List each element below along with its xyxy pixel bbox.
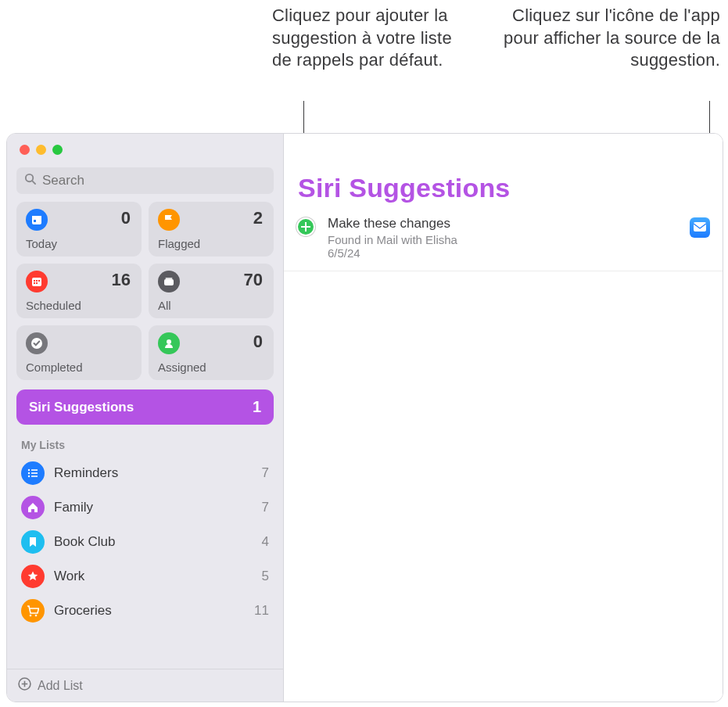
list-item-count: 5 <box>262 569 269 584</box>
smart-card-label: Scheduled <box>26 299 132 312</box>
house-icon <box>21 496 45 519</box>
siri-suggestions-count: 1 <box>253 398 261 416</box>
completed-icon <box>26 332 48 354</box>
list-item-count: 11 <box>254 603 269 619</box>
svg-rect-20 <box>31 476 38 477</box>
suggestion-row[interactable]: Make these changes Found in Mail with El… <box>284 211 723 271</box>
suggestion-title: Make these changes <box>328 216 677 231</box>
all-icon <box>158 271 180 292</box>
list-item-label: Groceries <box>54 603 112 619</box>
svg-point-17 <box>28 472 30 474</box>
window-controls <box>7 134 283 163</box>
siri-suggestions-label: Siri Suggestions <box>29 400 134 415</box>
search-icon <box>24 173 36 188</box>
plus-circle-outline-icon <box>18 677 31 694</box>
minimize-window-button[interactable] <box>36 145 46 155</box>
svg-rect-3 <box>32 216 41 218</box>
smart-card-assigned[interactable]: 0Assigned <box>149 325 274 380</box>
bookmark-icon <box>21 530 45 554</box>
svg-rect-5 <box>32 278 41 286</box>
smart-card-label: Flagged <box>158 237 264 250</box>
smart-card-count: 0 <box>253 332 263 352</box>
search-input[interactable] <box>41 172 266 189</box>
svg-rect-9 <box>34 282 35 284</box>
list-item-count: 7 <box>262 465 269 481</box>
smart-card-label: Completed <box>26 361 132 374</box>
close-window-button[interactable] <box>20 145 30 155</box>
add-list-button[interactable]: Add List <box>7 669 283 702</box>
svg-rect-18 <box>31 472 38 474</box>
smart-card-count: 2 <box>253 208 263 228</box>
assigned-icon <box>158 332 180 354</box>
my-lists-header: My Lists <box>7 425 283 456</box>
smart-card-label: Assigned <box>158 361 264 374</box>
list-item-groceries[interactable]: Groceries11 <box>13 594 277 628</box>
smart-lists-grid: 0Today2Flagged16Scheduled70AllCompleted0… <box>7 202 283 380</box>
smart-card-today[interactable]: 0Today <box>16 202 142 257</box>
svg-point-22 <box>35 615 38 617</box>
page-title: Siri Suggestions <box>284 134 723 211</box>
star-icon <box>21 565 45 588</box>
source-app-button[interactable] <box>690 217 710 238</box>
reminders-window: 0Today2Flagged16Scheduled70AllCompleted0… <box>6 133 723 702</box>
list-item-label: Book Club <box>54 534 115 550</box>
annotation-callouts: Cliquez pour ajouter la suggestion à vot… <box>0 0 728 133</box>
smart-card-count: 16 <box>112 270 131 290</box>
svg-point-15 <box>28 469 30 471</box>
svg-line-1 <box>32 181 35 184</box>
search-field[interactable] <box>16 167 274 194</box>
add-list-label: Add List <box>38 679 83 693</box>
svg-rect-6 <box>34 280 35 282</box>
smart-card-label: Today <box>26 237 132 250</box>
callout-add-suggestion: Cliquez pour ajouter la suggestion à vot… <box>272 5 468 72</box>
list-item-label: Family <box>54 500 93 515</box>
svg-point-19 <box>28 476 30 477</box>
list-item-work[interactable]: Work5 <box>13 559 277 594</box>
svg-rect-8 <box>38 280 40 282</box>
flagged-icon <box>158 209 180 231</box>
svg-rect-10 <box>36 282 38 284</box>
list-item-count: 7 <box>262 500 269 515</box>
svg-rect-26 <box>694 222 706 231</box>
list-item-reminders[interactable]: Reminders7 <box>13 456 277 490</box>
smart-card-label: All <box>158 299 264 312</box>
sidebar: 0Today2Flagged16Scheduled70AllCompleted0… <box>7 134 284 702</box>
list-item-book-club[interactable]: Book Club4 <box>13 525 277 559</box>
svg-rect-12 <box>166 278 173 279</box>
sidebar-item-siri-suggestions[interactable]: Siri Suggestions 1 <box>16 389 274 425</box>
today-icon <box>26 209 48 231</box>
svg-rect-4 <box>34 220 36 222</box>
smart-card-completed[interactable]: Completed <box>16 325 142 380</box>
list-item-label: Work <box>54 569 84 584</box>
smart-card-count: 0 <box>121 208 131 228</box>
smart-card-scheduled[interactable]: 16Scheduled <box>16 264 142 318</box>
smart-card-count: 70 <box>244 270 263 290</box>
suggestion-body: Make these changes Found in Mail with El… <box>328 216 677 260</box>
callout-source-app: Cliquez sur l'icône de l'app pour affich… <box>501 5 720 72</box>
suggestion-date: 6/5/24 <box>328 246 677 260</box>
list-item-count: 4 <box>262 534 269 550</box>
svg-rect-7 <box>36 280 38 282</box>
list-icon <box>21 461 45 485</box>
cart-icon <box>21 599 45 623</box>
list-item-family[interactable]: Family7 <box>13 490 277 525</box>
svg-rect-16 <box>31 469 38 471</box>
smart-card-all[interactable]: 70All <box>149 264 274 318</box>
svg-point-21 <box>30 615 32 617</box>
main-panel: Siri Suggestions Make these changes Foun… <box>284 134 723 702</box>
svg-rect-11 <box>164 279 174 285</box>
smart-card-flagged[interactable]: 2Flagged <box>149 202 274 257</box>
list-item-label: Reminders <box>54 465 118 481</box>
fullscreen-window-button[interactable] <box>52 145 63 155</box>
scheduled-icon <box>26 271 48 292</box>
mail-icon <box>694 221 706 235</box>
my-lists: Reminders7Family7Book Club4Work5Grocerie… <box>7 456 283 669</box>
suggestion-subtitle: Found in Mail with Elisha <box>328 233 677 246</box>
svg-point-14 <box>167 339 171 344</box>
add-suggestion-button[interactable] <box>296 217 315 236</box>
